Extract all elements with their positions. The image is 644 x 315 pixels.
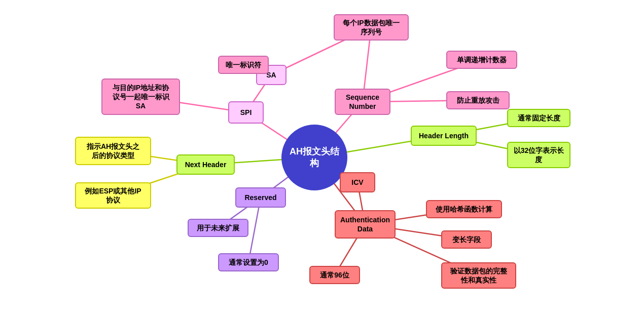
node-seq_desc1: 每个IP数据包唯一 序列号 — [334, 14, 409, 41]
node-auth_desc3: 通常96位 — [309, 266, 360, 284]
node-hl_desc2: 以32位字表示长 度 — [507, 142, 570, 168]
node-seq_desc3: 防止重放攻击 — [446, 91, 510, 109]
node-seq_desc2: 单调递增计数器 — [446, 51, 517, 69]
node-header_len: Header Length — [411, 126, 477, 146]
center-node: AH报文头结构 — [281, 125, 347, 190]
node-uid_label: 唯一标识符 — [218, 56, 269, 74]
node-auth_desc1: 使用哈希函数计算 — [426, 200, 502, 218]
node-SPI: SPI — [228, 101, 264, 124]
node-seq: Sequence Number — [335, 89, 390, 115]
node-sa_desc: 与目的IP地址和协 议号一起唯一标识 SA — [101, 78, 180, 115]
node-res_desc2: 通常设置为0 — [218, 253, 279, 271]
node-nh_desc1: 指示AH报文头之 后的协议类型 — [75, 137, 151, 165]
node-next_header: Next Header — [176, 154, 235, 175]
node-hl_desc1: 通常固定长度 — [507, 109, 570, 127]
node-auth_desc2: 变长字段 — [441, 230, 492, 249]
node-auth_data: Authentication Data — [335, 210, 396, 239]
node-res_desc: 用于未来扩展 — [188, 219, 248, 237]
node-auth_desc4: 验证数据包的完整 性和真实性 — [441, 262, 516, 289]
node-nh_desc2: 例如ESP或其他IP 协议 — [75, 182, 151, 209]
node-ICV: ICV — [340, 172, 375, 192]
node-reserved: Reserved — [235, 187, 286, 208]
mindmap-canvas: AH报文头结构SPISASequence NumberHeader Length… — [0, 0, 644, 315]
